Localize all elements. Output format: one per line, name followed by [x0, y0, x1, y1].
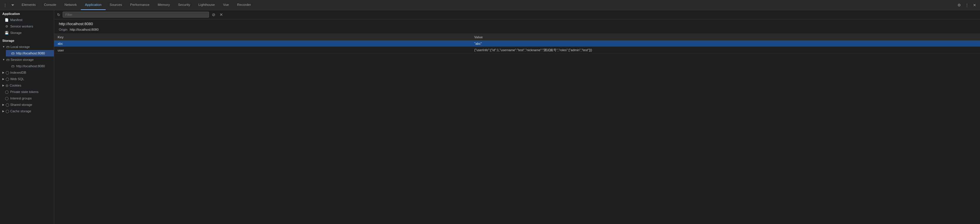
session-storage-arrow: ▼: [2, 58, 5, 61]
filter-bar: ↻ ⊘ ✕: [54, 10, 980, 19]
local-storage-label: Local storage: [11, 45, 30, 49]
local-storage-child-label: http://localhost:8080: [16, 51, 45, 55]
table-row[interactable]: user{"userInfo":{"id":1,"username":"test…: [54, 47, 980, 54]
cell-key: user: [54, 47, 471, 54]
more-icon[interactable]: ⋮: [964, 2, 970, 8]
tab-console[interactable]: Console: [40, 0, 60, 10]
devtools-icon-2[interactable]: ⏷: [10, 2, 16, 8]
sidebar-item-storage[interactable]: 💾 Storage: [0, 30, 54, 36]
tab-lighthouse[interactable]: Lighthouse: [194, 0, 219, 10]
cell-key: abc: [54, 41, 471, 47]
local-storage-arrow: ▼: [2, 45, 5, 48]
origin-bar: http://localhost:8080 Origin http://loca…: [54, 19, 980, 34]
storage-table: Key Value abc"abc"user{"userInfo":{"id":…: [54, 34, 980, 54]
websql-label: Web SQL: [10, 77, 24, 81]
filter-input-container: [63, 12, 209, 17]
settings-icon[interactable]: ⚙: [956, 2, 963, 8]
top-nav: ⋮ ⏷ Elements Console Network Application…: [0, 0, 980, 10]
nav-end-icons: ⚙ ⋮ ✕: [954, 2, 980, 8]
indexeddb-header[interactable]: ▶ ◯ IndexedDB: [0, 69, 54, 76]
devtools-icons: ⋮ ⏷: [0, 2, 18, 8]
main-layout: Application 📄 Manifest ⚙ Service workers…: [0, 10, 980, 224]
session-storage-children: 🗃 http://localhost:8080: [0, 63, 54, 69]
tab-network[interactable]: Network: [60, 0, 81, 10]
origin-url: http://localhost:8080: [59, 22, 975, 26]
sidebar-item-private-state-tokens[interactable]: ◯ Private state tokens: [0, 89, 54, 95]
shared-storage-arrow: ▶: [2, 103, 5, 106]
session-storage-child-label: http://localhost:8080: [16, 64, 45, 68]
session-storage-group: ▼ 🗃 Session storage 🗃 http://localhost:8…: [0, 56, 54, 69]
cookies-header[interactable]: ▶ ◎ Cookies: [0, 82, 54, 89]
refresh-button[interactable]: ↻: [56, 12, 61, 17]
indexeddb-icon: ◯: [6, 71, 9, 75]
websql-icon: ◯: [6, 77, 9, 81]
close-filter-button[interactable]: ✕: [218, 12, 224, 17]
websql-header[interactable]: ▶ ◯ Web SQL: [0, 76, 54, 82]
private-state-tokens-icon: ◯: [5, 90, 9, 94]
service-workers-icon: ⚙: [5, 25, 9, 29]
devtools-icon-1[interactable]: ⋮: [2, 2, 8, 8]
tab-security[interactable]: Security: [174, 0, 194, 10]
cache-storage-arrow: ▶: [2, 110, 5, 113]
sidebar-item-service-workers[interactable]: ⚙ Service workers: [0, 23, 54, 30]
manifest-label: Manifest: [10, 18, 22, 22]
filter-input[interactable]: [63, 12, 209, 17]
local-storage-child-icon: 🗃: [11, 51, 14, 55]
tab-performance[interactable]: Performance: [126, 0, 154, 10]
close-icon[interactable]: ✕: [971, 2, 978, 8]
session-storage-icon: 🗃: [6, 58, 10, 61]
indexeddb-label: IndexedDB: [10, 71, 26, 74]
storage-table-container: Key Value abc"abc"user{"userInfo":{"id":…: [54, 34, 980, 224]
local-storage-group: ▼ 🗃 Local storage 🗃 http://localhost:808…: [0, 44, 54, 56]
col-value-header: Value: [471, 34, 980, 41]
origin-row: Origin http://localhost:8080: [59, 28, 975, 31]
cell-value: {"userInfo":{"id":1,"username":"test","n…: [471, 47, 980, 54]
tab-memory[interactable]: Memory: [154, 0, 174, 10]
storage-icon: 💾: [5, 31, 9, 35]
cache-storage-icon: ◯: [6, 110, 9, 113]
sidebar-item-interest-groups[interactable]: ◯ Interest groups: [0, 95, 54, 102]
manifest-icon: 📄: [5, 18, 9, 22]
tab-elements[interactable]: Elements: [18, 0, 40, 10]
local-storage-icon: 🗃: [6, 45, 10, 49]
clear-filter-button[interactable]: ⊘: [211, 12, 216, 17]
cache-storage-header[interactable]: ▶ ◯ Cache storage: [0, 108, 54, 114]
application-header: Application: [0, 10, 54, 17]
interest-groups-label: Interest groups: [10, 97, 32, 100]
storage-header: Storage: [0, 37, 54, 44]
origin-label: Origin: [59, 28, 67, 31]
tab-sources[interactable]: Sources: [106, 0, 126, 10]
cookies-label: Cookies: [10, 84, 21, 87]
storage-label: Storage: [10, 31, 22, 35]
shared-storage-label: Shared storage: [10, 103, 32, 106]
table-row[interactable]: abc"abc": [54, 41, 980, 47]
cookies-arrow: ▶: [2, 84, 5, 87]
nav-tabs: Elements Console Network Application Sou…: [18, 0, 255, 10]
service-workers-label: Service workers: [10, 25, 33, 28]
shared-storage-header[interactable]: ▶ ◯ Shared storage: [0, 102, 54, 108]
tab-vue[interactable]: Vue: [219, 0, 233, 10]
table-header: Key Value: [54, 34, 980, 41]
interest-groups-icon: ◯: [5, 97, 9, 100]
cookies-icon: ◎: [6, 84, 8, 87]
sidebar-item-manifest[interactable]: 📄 Manifest: [0, 17, 54, 23]
origin-value: http://localhost:8080: [70, 28, 99, 31]
content-area: ↻ ⊘ ✕ http://localhost:8080 Origin http:…: [54, 10, 980, 224]
cell-value: "abc": [471, 41, 980, 47]
col-key-header: Key: [54, 34, 471, 41]
tab-application[interactable]: Application: [81, 0, 105, 10]
session-storage-header[interactable]: ▼ 🗃 Session storage: [0, 56, 54, 63]
local-storage-children: 🗃 http://localhost:8080: [0, 50, 54, 56]
tab-recorder[interactable]: Recorder: [233, 0, 255, 10]
cache-storage-label: Cache storage: [10, 110, 31, 113]
session-storage-label: Session storage: [11, 58, 33, 61]
private-state-tokens-label: Private state tokens: [10, 90, 39, 94]
sidebar: Application 📄 Manifest ⚙ Service workers…: [0, 10, 54, 224]
sidebar-item-session-storage-localhost[interactable]: 🗃 http://localhost:8080: [6, 63, 54, 69]
websql-arrow: ▶: [2, 78, 5, 80]
sidebar-item-local-storage-localhost[interactable]: 🗃 http://localhost:8080: [6, 50, 54, 56]
shared-storage-icon: ◯: [6, 103, 9, 107]
session-storage-child-icon: 🗃: [11, 64, 14, 68]
local-storage-header[interactable]: ▼ 🗃 Local storage: [0, 44, 54, 50]
table-body: abc"abc"user{"userInfo":{"id":1,"usernam…: [54, 41, 980, 54]
